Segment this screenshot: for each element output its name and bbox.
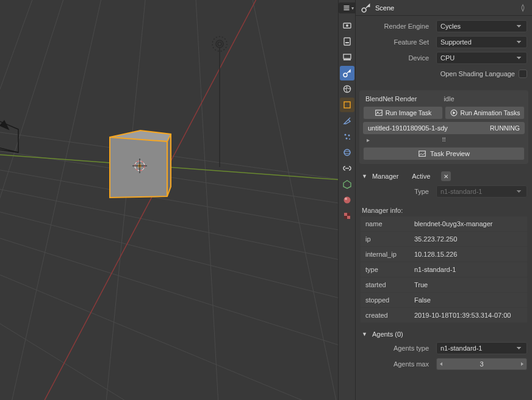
tab-object-icon[interactable] xyxy=(340,98,354,112)
tab-modifier-icon[interactable] xyxy=(340,113,354,128)
task-row[interactable]: untitled-1910180905-1-sdy RUNNING xyxy=(363,122,525,134)
render-engine-select[interactable]: Cycles xyxy=(436,20,527,32)
info-row: ip35.223.72.250 xyxy=(361,232,527,246)
svg-point-47 xyxy=(344,151,350,154)
tab-mesh-icon[interactable] xyxy=(340,177,354,191)
svg-marker-22 xyxy=(110,137,167,198)
svg-rect-54 xyxy=(344,216,347,219)
svg-point-43 xyxy=(348,135,350,137)
pin-icon[interactable] xyxy=(519,4,527,12)
tab-render-icon[interactable] xyxy=(340,18,354,33)
svg-point-34 xyxy=(346,24,348,27)
tab-texture-icon[interactable] xyxy=(340,209,354,223)
task-expander[interactable]: ▸ ⠿ xyxy=(363,135,525,145)
manager-type-select[interactable]: n1-standard-1 xyxy=(436,185,527,198)
agents-max-label: Agents max xyxy=(361,360,434,368)
info-value: 35.223.72.250 xyxy=(414,235,522,243)
manager-section-header[interactable]: ▼ Manager Active ✕ xyxy=(356,168,532,185)
agents-section-header[interactable]: ▼ Agents (0) xyxy=(356,327,532,341)
info-key: internal_ip xyxy=(365,251,414,258)
chevron-down-icon: ▼ xyxy=(362,331,367,337)
blendnet-title: BlendNet Render xyxy=(363,94,419,104)
tab-scene-icon[interactable] xyxy=(340,66,354,80)
svg-line-10 xyxy=(6,0,104,400)
manager-status: Active xyxy=(412,173,430,180)
viewport-3d[interactable] xyxy=(0,0,338,400)
info-row: typen1-standard-1 xyxy=(361,262,527,277)
task-name: untitled-1910180905-1-sdy xyxy=(368,124,448,132)
svg-line-11 xyxy=(104,0,146,400)
svg-rect-35 xyxy=(344,38,350,45)
info-row: startedTrue xyxy=(361,277,527,292)
info-value: n1-standard-1 xyxy=(414,266,522,273)
info-value: blendnet-0uyg3x-manager xyxy=(414,220,522,227)
svg-rect-30 xyxy=(344,5,350,7)
svg-point-20 xyxy=(218,42,221,46)
feature-set-label: Feature Set xyxy=(361,38,434,46)
tab-world-icon[interactable] xyxy=(340,82,354,96)
tab-material-icon[interactable] xyxy=(340,193,354,207)
task-preview-button[interactable]: Task Preview xyxy=(363,147,525,160)
image-icon xyxy=(375,109,383,117)
info-key: created xyxy=(365,312,414,319)
properties-panel: Scene Render Engine Cycles Feature Set S… xyxy=(355,0,532,400)
tab-output-icon[interactable] xyxy=(340,34,354,49)
svg-line-8 xyxy=(0,0,37,400)
info-row: created2019-10-18T01:39:53.314-07:00 xyxy=(361,308,527,323)
info-value: False xyxy=(414,296,522,304)
feature-set-select[interactable]: Supported xyxy=(436,36,527,48)
manager-title: Manager xyxy=(372,173,398,180)
run-image-button[interactable]: Run Image Task xyxy=(363,106,443,120)
manager-info-header: Manager info: xyxy=(361,204,527,216)
cube-object[interactable] xyxy=(110,130,171,198)
agents-title: Agents (0) xyxy=(372,330,403,338)
svg-line-7 xyxy=(0,305,338,400)
tab-particles-icon[interactable] xyxy=(340,129,354,144)
panel-title: Scene xyxy=(375,4,394,12)
run-animation-button[interactable]: Run Animation Tasks xyxy=(445,106,525,120)
info-value: 10.128.15.226 xyxy=(414,251,522,258)
info-row: internal_ip10.128.15.226 xyxy=(361,247,527,262)
svg-rect-37 xyxy=(343,54,351,59)
svg-rect-36 xyxy=(345,42,349,43)
animation-icon xyxy=(450,109,458,117)
svg-rect-53 xyxy=(347,213,350,216)
svg-line-12 xyxy=(195,0,220,400)
task-status: RUNNING xyxy=(490,124,520,132)
blendnet-status: idle xyxy=(444,95,458,102)
info-row: nameblendnet-0uyg3x-manager xyxy=(361,216,527,231)
svg-rect-38 xyxy=(343,59,351,60)
svg-line-13 xyxy=(250,0,338,400)
svg-rect-52 xyxy=(347,216,350,219)
info-key: ip xyxy=(365,235,414,243)
info-key: type xyxy=(365,266,414,273)
svg-rect-51 xyxy=(344,213,347,216)
info-key: stopped xyxy=(365,296,414,304)
svg-point-39 xyxy=(343,73,347,77)
svg-point-45 xyxy=(349,138,350,140)
svg-point-44 xyxy=(345,138,347,140)
tab-viewlayer-icon[interactable] xyxy=(340,50,354,65)
svg-rect-31 xyxy=(344,7,350,9)
svg-rect-41 xyxy=(344,102,350,108)
info-key: started xyxy=(365,281,414,288)
manager-close-button[interactable]: ✕ xyxy=(441,171,451,181)
osl-checkbox[interactable] xyxy=(519,70,527,78)
viewport-grid xyxy=(0,0,338,400)
properties-tab-strip: ▾ xyxy=(338,0,355,400)
agents-type-select[interactable]: n1-standard-1 xyxy=(436,342,527,354)
camera-gizmo[interactable] xyxy=(0,119,18,152)
svg-point-50 xyxy=(345,198,347,200)
agents-max-input[interactable]: 3 xyxy=(436,358,527,370)
scene-icon xyxy=(361,2,372,13)
device-select[interactable]: CPU xyxy=(436,52,527,64)
tab-physics-icon[interactable] xyxy=(340,145,354,160)
info-key: name xyxy=(365,220,414,227)
info-value: 2019-10-18T01:39:53.314-07:00 xyxy=(414,312,522,319)
preview-icon xyxy=(418,149,426,158)
svg-rect-32 xyxy=(344,9,350,10)
device-label: Device xyxy=(361,54,434,62)
tab-constraints-icon[interactable] xyxy=(340,161,354,176)
light-gizmo[interactable] xyxy=(212,37,227,167)
axis-x xyxy=(31,0,262,400)
